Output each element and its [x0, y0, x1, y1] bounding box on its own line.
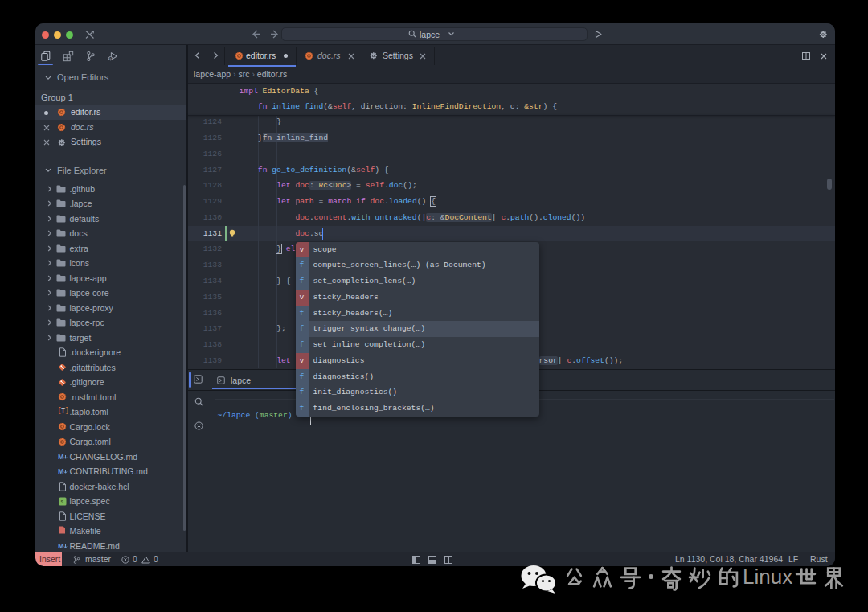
svg-text:M: M — [58, 467, 64, 475]
svg-text:s: s — [60, 499, 63, 504]
svg-text:M: M — [58, 542, 64, 550]
svg-text:M: M — [58, 453, 64, 461]
